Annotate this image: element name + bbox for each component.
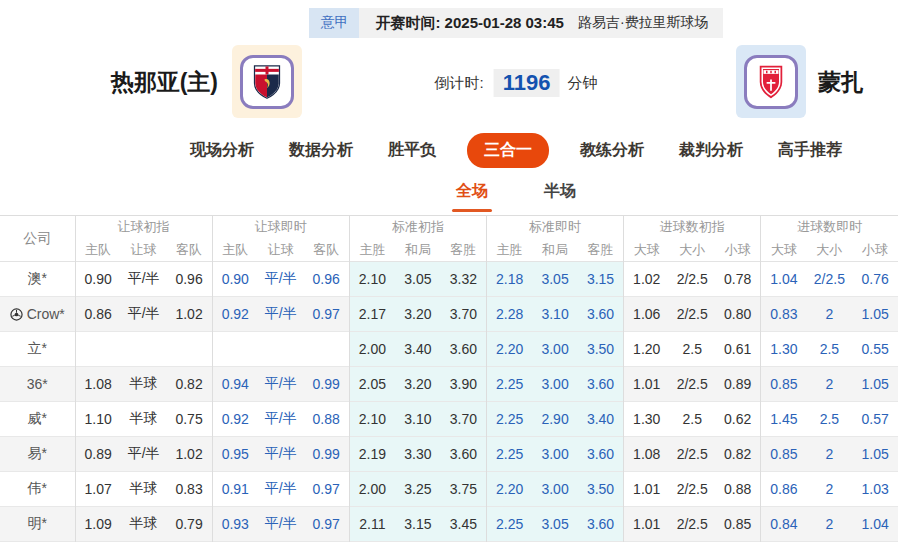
odds-value: 2.11 — [349, 507, 395, 542]
company-label: 36* — [27, 376, 48, 392]
odds-table-body: 澳*0.90平/半0.960.90平/半0.962.103.053.322.18… — [0, 262, 898, 542]
odds-value: 0.86 — [761, 472, 807, 507]
odds-table: 公司 让球初指让球即时标准初指标准即时进球数初指进球数即时 主队让球客队主队让球… — [0, 215, 898, 542]
group-header: 让球即时 — [212, 216, 349, 239]
odds-value — [166, 332, 212, 367]
odds-value: 3.00 — [532, 332, 578, 367]
odds-value: 2.25 — [486, 402, 532, 437]
sub-tab-1[interactable]: 全场 — [454, 178, 490, 208]
odds-value: 半球 — [121, 472, 167, 507]
odds-value: 2.25 — [486, 437, 532, 472]
odds-value: 1.05 — [852, 367, 898, 402]
column-header: 主胜 — [486, 239, 532, 262]
odds-value: 0.83 — [761, 297, 807, 332]
teams-row: 热那亚(主) 倒计时: 1196 分钟 — [0, 45, 898, 118]
nav-tab-4[interactable]: 三合一 — [467, 133, 549, 168]
odds-value: 2.00 — [349, 472, 395, 507]
odds-value: 平/半 — [258, 262, 304, 297]
column-header: 让球 — [121, 239, 167, 262]
odds-value: 0.90 — [212, 262, 258, 297]
column-header: 让球 — [258, 239, 304, 262]
odds-value: 3.30 — [395, 437, 441, 472]
odds-value: 3.45 — [441, 507, 487, 542]
odds-value: 2.17 — [349, 297, 395, 332]
nav-tab-7[interactable]: 高手推荐 — [774, 134, 846, 167]
group-header: 让球初指 — [75, 216, 212, 239]
company-name: 明* — [0, 507, 75, 542]
odds-value: 平/半 — [121, 297, 167, 332]
odds-value: 1.02 — [624, 262, 670, 297]
column-header: 主队 — [75, 239, 121, 262]
odds-value: 1.30 — [624, 402, 670, 437]
odds-value: 0.57 — [852, 402, 898, 437]
odds-value: 3.15 — [578, 262, 624, 297]
odds-value: 2 — [807, 507, 853, 542]
sub-tab-2[interactable]: 半场 — [542, 178, 578, 208]
odds-row: 立*2.003.403.602.203.003.501.202.50.611.3… — [0, 332, 898, 367]
football-icon — [10, 306, 27, 322]
odds-value: 0.79 — [166, 507, 212, 542]
odds-value: 0.93 — [212, 507, 258, 542]
odds-value: 3.05 — [395, 262, 441, 297]
company-name: 易* — [0, 437, 75, 472]
odds-value: 平/半 — [258, 367, 304, 402]
odds-value: 2.5 — [669, 402, 715, 437]
odds-value: 2.18 — [486, 262, 532, 297]
home-team-logo — [232, 45, 302, 118]
nav-tab-6[interactable]: 裁判分析 — [675, 134, 747, 167]
odds-value: 2.20 — [486, 332, 532, 367]
company-name: 威* — [0, 402, 75, 437]
odds-value: 0.96 — [166, 262, 212, 297]
away-team-name: 蒙扎 — [818, 67, 864, 98]
nav-tab-5[interactable]: 教练分析 — [576, 134, 648, 167]
column-header: 大球 — [761, 239, 807, 262]
odds-value: 1.45 — [761, 402, 807, 437]
odds-value: 3.20 — [395, 367, 441, 402]
odds-value: 平/半 — [258, 472, 304, 507]
odds-value: 1.07 — [75, 472, 121, 507]
company-name: 伟* — [0, 472, 75, 507]
odds-value: 0.97 — [304, 507, 350, 542]
group-header: 标准初指 — [349, 216, 486, 239]
odds-value: 0.84 — [761, 507, 807, 542]
company-label: Crow* — [27, 306, 65, 322]
league-badge: 意甲 — [309, 8, 359, 38]
odds-value: 2.25 — [486, 367, 532, 402]
company-name: 澳* — [0, 262, 75, 297]
odds-value: 1.04 — [852, 507, 898, 542]
odds-value: 0.78 — [715, 262, 761, 297]
odds-value: 0.85 — [761, 437, 807, 472]
odds-value: 3.32 — [441, 262, 487, 297]
odds-value: 2.20 — [486, 472, 532, 507]
odds-value: 1.05 — [852, 297, 898, 332]
nav-tab-1[interactable]: 现场分析 — [186, 134, 258, 167]
home-logo-frame — [240, 55, 294, 109]
odds-value: 1.03 — [852, 472, 898, 507]
odds-value: 1.10 — [75, 402, 121, 437]
odds-value: 0.86 — [75, 297, 121, 332]
odds-value: 3.50 — [578, 332, 624, 367]
odds-value: 2.10 — [349, 402, 395, 437]
nav-tab-2[interactable]: 数据分析 — [285, 134, 357, 167]
home-team-name: 热那亚(主) — [111, 67, 218, 98]
odds-value: 3.00 — [532, 472, 578, 507]
odds-value: 平/半 — [121, 262, 167, 297]
odds-value: 半球 — [121, 507, 167, 542]
odds-value: 平/半 — [258, 297, 304, 332]
odds-value: 0.85 — [761, 367, 807, 402]
company-header: 公司 — [0, 216, 75, 262]
kickoff-value: 2025-01-28 03:45 — [445, 14, 564, 31]
countdown-value: 1196 — [494, 69, 560, 97]
column-header: 小球 — [852, 239, 898, 262]
top-strip-row: 意甲 开赛时间: 2025-01-28 03:45 路易吉·费拉里斯球场 — [0, 8, 898, 38]
column-header: 大小 — [669, 239, 715, 262]
odds-value: 2/2.5 — [669, 507, 715, 542]
odds-value: 1.01 — [624, 507, 670, 542]
odds-value: 0.88 — [304, 402, 350, 437]
nav-tab-3[interactable]: 胜平负 — [384, 134, 440, 167]
company-name: 36* — [0, 367, 75, 402]
nav-tabs: 现场分析数据分析胜平负三合一教练分析裁判分析高手推荐 — [0, 134, 898, 166]
company-label: 立* — [28, 340, 47, 356]
odds-value: 0.83 — [166, 472, 212, 507]
odds-row: Crow*0.86平/半1.020.92平/半0.972.173.203.702… — [0, 297, 898, 332]
